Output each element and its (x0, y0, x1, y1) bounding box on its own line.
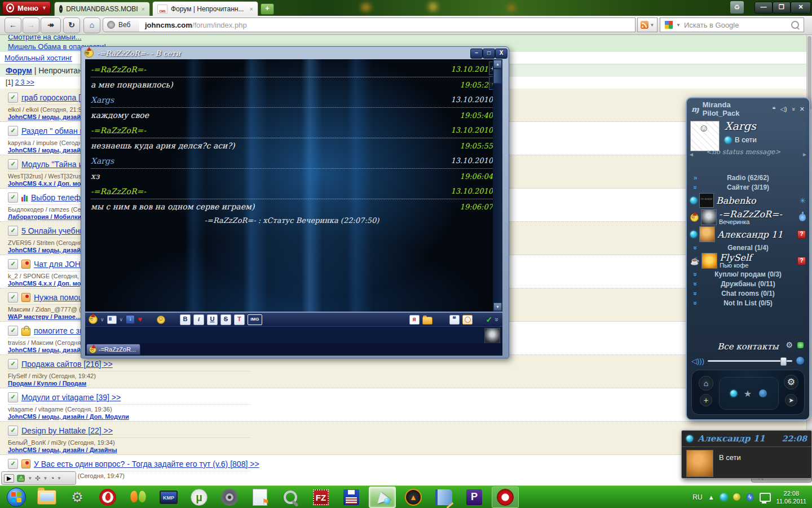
history-clock-icon[interactable] (462, 315, 473, 325)
contact-row[interactable]: Александр 11? (687, 226, 809, 243)
image-button[interactable]: iMG (248, 314, 262, 325)
chevron-down-icon[interactable]: ∨ (120, 317, 123, 322)
chat-tab[interactable]: -=RaZzZoR... (86, 344, 140, 355)
add-contact-button[interactable]: + (700, 394, 712, 406)
contact-row[interactable]: no avatarBabenko✳ (687, 192, 809, 209)
home-button[interactable]: ⌂ (699, 376, 713, 391)
strikethrough-button[interactable]: S (220, 314, 231, 325)
home-button[interactable]: ⌂ (83, 17, 100, 33)
topic-title-link[interactable]: граб гороскопа [6 (21, 93, 85, 102)
miranda-tray-icon[interactable] (720, 493, 727, 501)
floppy-save[interactable] (338, 487, 364, 507)
contact-group-row[interactable]: »Куплю/ продам (0/3) (687, 269, 809, 279)
forum-link[interactable]: Форум (6, 66, 32, 75)
volume-slider[interactable] (708, 360, 792, 362)
kmplayer[interactable]: KMP (156, 487, 182, 507)
collapse-chevron-icon[interactable]: » (691, 291, 699, 295)
double-chevron-icon[interactable]: » (493, 318, 501, 322)
topic-title-link[interactable]: Нужна помощ (34, 293, 85, 302)
google-search-field[interactable]: ▼ Искать в Google (660, 17, 804, 32)
tab-close-icon[interactable]: × (250, 6, 253, 12)
tab-forum[interactable]: CMS Форум | Непрочитанн... × (152, 1, 258, 16)
tab-drumandbass[interactable]: DRUMANDBASS.MOBI × (54, 2, 150, 16)
window-close-button[interactable]: ✕ (791, 2, 811, 14)
web-panel-button[interactable]: Веб (103, 17, 140, 32)
scroll-thumb[interactable] (493, 69, 502, 84)
contact-row[interactable]: -=RaZzZoR=-Вечеринка (687, 209, 809, 226)
round-profile-icon[interactable] (758, 389, 767, 398)
topic-title-link[interactable]: У Вас есть один вопрос? - Тогда задайте … (34, 459, 259, 468)
message-input-area[interactable] (85, 326, 502, 343)
reload-button[interactable]: ↻ (63, 17, 80, 33)
topic-category-link[interactable]: WAP мастеру / Разное... (8, 313, 81, 320)
volume-thumb[interactable] (780, 357, 787, 366)
notes-doc[interactable] (247, 487, 273, 507)
start-button[interactable] (3, 487, 29, 507)
window-minimize-button[interactable]: — (754, 2, 773, 14)
network-tray-icon[interactable] (760, 493, 771, 502)
punto-butterfly[interactable] (125, 487, 151, 507)
expand-chevron-icon[interactable]: » (694, 174, 698, 182)
scroll-down-icon[interactable]: ▼ (493, 303, 502, 311)
collapse-chevron-icon[interactable]: » (691, 246, 699, 249)
topic-title-link[interactable]: 5 Онлайн учебни (21, 226, 84, 235)
scroll-left-icon[interactable]: ◄ (689, 151, 694, 157)
tab-close-icon[interactable]: × (142, 6, 145, 12)
status-orb-icon[interactable] (730, 390, 737, 397)
status-message[interactable]: <no status message> (706, 148, 780, 156)
topic-category-link[interactable]: JohnCMS / моды, дизайн / Дизайны (8, 446, 117, 453)
emoticon-button[interactable] (157, 316, 165, 324)
panels-button[interactable]: ▶ (4, 474, 14, 483)
bold-button[interactable]: B (180, 314, 191, 325)
collapse-chevron-icon[interactable]: » (691, 282, 699, 286)
topic-title-link[interactable]: помогите с зц (34, 326, 84, 335)
qip-tray-icon[interactable] (733, 493, 740, 501)
status-notification-popup[interactable]: Александр 11 22:08 В сети (681, 430, 812, 479)
contact-group-row[interactable]: »General (1/4) (687, 243, 809, 252)
folder-icon[interactable] (422, 317, 433, 325)
hosting-link[interactable]: Мобильный хостинг (5, 54, 72, 62)
utorrent[interactable]: µ (186, 487, 212, 507)
chat-close-button[interactable]: X (495, 49, 508, 59)
topic-category-link[interactable]: JohnCMS / моды, дизайн (8, 113, 85, 120)
contact-group-row[interactable]: »Radio (62/62) (687, 173, 809, 182)
topic-category-link[interactable]: Лаборатория / Мобилки (8, 213, 81, 220)
page-links[interactable]: 2 3 >> (15, 78, 34, 86)
smiley-picker-icon[interactable] (89, 315, 98, 324)
aimp[interactable]: ▲ (400, 487, 426, 507)
back-button[interactable]: ← (5, 17, 21, 33)
media-reel[interactable] (217, 487, 242, 507)
clock[interactable]: 22:08 11.06.2011 (776, 489, 806, 505)
quote-button[interactable]: ❝ (449, 315, 460, 325)
sound-icon[interactable]: ◁) (780, 106, 787, 113)
contact-details-icon[interactable] (107, 316, 117, 324)
underline-button[interactable]: U (207, 314, 218, 325)
chat-minimize-button[interactable]: – (470, 49, 483, 59)
contact-list-titlebar[interactable]: ɱ Miranda Pilot_Pack ❝ ◁) » ✕ (687, 98, 809, 119)
topic-category-link[interactable]: JohnCMS / моды, дизайн (8, 147, 85, 154)
photoshop[interactable]: P (461, 487, 487, 507)
opera-browser[interactable] (492, 487, 519, 508)
topic-title-link[interactable]: Раздел " обман г (21, 126, 83, 135)
own-avatar[interactable] (690, 121, 720, 151)
chevron-down-icon[interactable]: ∨ (100, 317, 104, 322)
search-icon[interactable] (791, 21, 799, 29)
topic-category-link[interactable]: JohnCMS / моды, дизайн / Доп. Модули (8, 413, 129, 420)
miranda-im[interactable] (369, 487, 396, 508)
topic-category-link[interactable]: JohnCMS / моды, дизайн (8, 347, 85, 353)
topic-title-link[interactable]: Модули от vitagame [39] >> (21, 393, 121, 402)
profile-round-button[interactable] (796, 356, 805, 365)
topic-title-link[interactable]: Чат для JOHN (34, 260, 86, 269)
topic-category-link[interactable]: JohnCMS / моды, дизайн (8, 247, 85, 253)
chat-maximize-button[interactable]: □ (483, 49, 495, 59)
gauge-widget-icon[interactable]: ◔ (50, 475, 54, 481)
speaker-icon[interactable]: ◁))) (691, 357, 704, 365)
gear-icon[interactable]: ⚙ (785, 340, 793, 349)
close-icon[interactable]: ✕ (800, 106, 805, 113)
forward-button[interactable]: → (23, 17, 39, 33)
topic-category-link[interactable]: JohnCMS 4.x.x / Доп. мод (8, 280, 85, 287)
send-ok-icon[interactable]: ✓ (486, 315, 493, 324)
rss-feed-button[interactable]: ▼ (637, 17, 657, 32)
send-file-icon[interactable]: ↓ (126, 315, 135, 324)
new-tab-button[interactable]: + (261, 3, 274, 15)
